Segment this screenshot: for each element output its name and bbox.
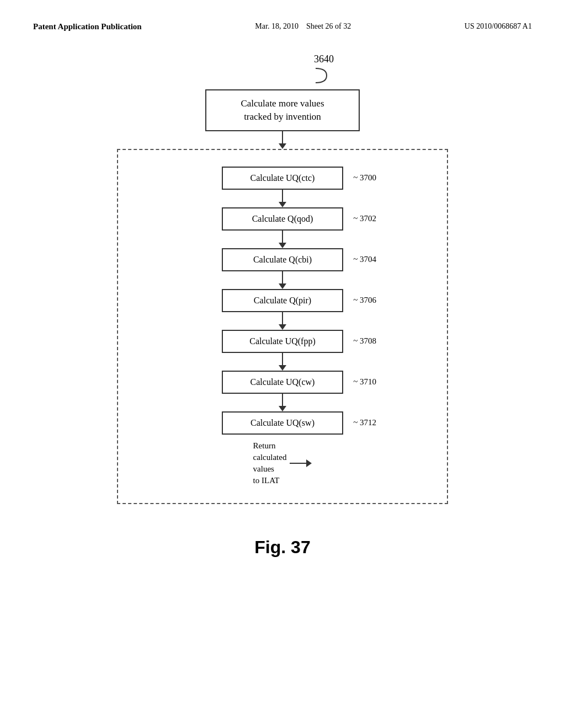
- return-arrow: [290, 459, 312, 467]
- dashed-outer-box: Calculate UQ(ctc)~ 3700Calculate Q(qod)~…: [117, 149, 448, 504]
- step-row: Calculate UQ(ctc)~ 3700: [222, 167, 343, 190]
- return-arrow-head-icon: [306, 459, 312, 467]
- arrow-head: [279, 324, 286, 330]
- figure-label: Fig. 37: [0, 537, 565, 558]
- return-arrow-line: [290, 463, 306, 464]
- header: Patent Application Publication Mar. 18, …: [0, 0, 565, 42]
- header-center: Mar. 18, 2010 Sheet 26 of 32: [255, 22, 351, 31]
- page: Patent Application Publication Mar. 18, …: [0, 0, 565, 728]
- step-box-3700: Calculate UQ(ctc): [222, 167, 343, 190]
- step-arrow-1: [222, 231, 343, 248]
- arrow-head: [279, 283, 286, 289]
- header-sheet: Sheet 26 of 32: [306, 22, 351, 30]
- step-row: Calculate Q(cbi)~ 3704: [222, 248, 343, 271]
- arrow-line: [282, 190, 283, 202]
- header-patent-number: US 2010/0068687 A1: [465, 22, 532, 31]
- header-date: Mar. 18, 2010: [255, 22, 299, 30]
- top-node-id: 3640: [314, 53, 334, 65]
- arrow-head: [279, 143, 286, 149]
- step-arrow-4: [222, 353, 343, 371]
- arrow-line: [282, 271, 283, 283]
- step-arrow-5: [222, 394, 343, 411]
- step-id-3702: ~ 3702: [353, 214, 376, 223]
- step-box-3706: Calculate Q(pir): [222, 289, 343, 312]
- step-id-3710: ~ 3710: [353, 377, 376, 387]
- top-label-container: 3640: [264, 53, 301, 85]
- step-box-3704: Calculate Q(cbi): [222, 248, 343, 271]
- arrow-line: [282, 394, 283, 406]
- step-row: Calculate UQ(sw)~ 3712: [222, 411, 343, 435]
- step-row: Calculate Q(qod)~ 3702: [222, 207, 343, 231]
- step-arrow-2: [222, 271, 343, 289]
- arrow-line: [282, 312, 283, 324]
- arrow-line: [282, 131, 283, 143]
- arrow-line: [282, 231, 283, 243]
- top-flow-box-label: Calculate more valuestracked by inventio…: [241, 98, 324, 122]
- step-row: Calculate UQ(fpp)~ 3708: [222, 330, 343, 353]
- step-box-3712: Calculate UQ(sw): [222, 411, 343, 435]
- step-id-3704: ~ 3704: [353, 255, 376, 264]
- arrow-line: [282, 353, 283, 365]
- publication-label: Patent Application Publication: [33, 22, 142, 31]
- step-arrow-3: [222, 312, 343, 330]
- diagram-area: 3640 Calculate more valuestracked by inv…: [0, 42, 565, 515]
- return-section: Returncalculatedvaluesto ILAT: [253, 435, 312, 486]
- arrow-to-dashed: [279, 131, 286, 149]
- brace-icon: [299, 67, 332, 84]
- return-text: Returncalculatedvaluesto ILAT: [253, 440, 287, 486]
- arrow-head: [279, 243, 286, 248]
- step-arrow-0: [222, 190, 343, 207]
- arrow-head: [279, 406, 286, 411]
- step-id-3708: ~ 3708: [353, 336, 376, 346]
- step-id-3706: ~ 3706: [353, 296, 376, 305]
- step-id-3712: ~ 3712: [353, 418, 376, 427]
- arrow-head: [279, 365, 286, 371]
- step-id-3700: ~ 3700: [353, 173, 376, 183]
- step-row: Calculate UQ(cw)~ 3710: [222, 371, 343, 394]
- step-row: Calculate Q(pir)~ 3706: [222, 289, 343, 312]
- steps-container: Calculate UQ(ctc)~ 3700Calculate Q(qod)~…: [222, 167, 343, 435]
- arrow-head: [279, 202, 286, 207]
- top-flow-box: Calculate more valuestracked by inventio…: [205, 89, 360, 131]
- step-box-3702: Calculate Q(qod): [222, 207, 343, 231]
- step-box-3710: Calculate UQ(cw): [222, 371, 343, 394]
- step-box-3708: Calculate UQ(fpp): [222, 330, 343, 353]
